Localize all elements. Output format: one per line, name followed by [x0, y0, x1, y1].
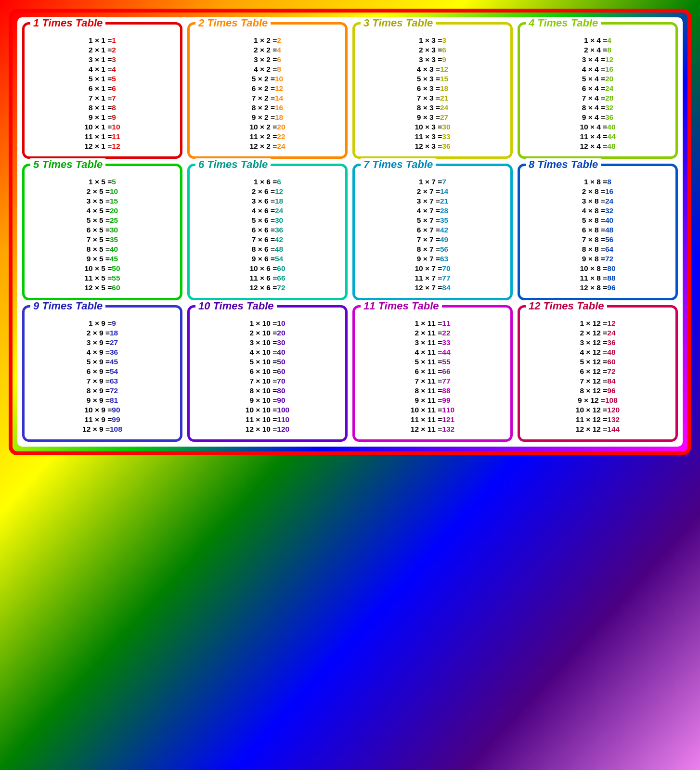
equation-row: 9 × 1 = 9 [30, 113, 174, 122]
equation-row: 11 × 12 = 132 [526, 415, 670, 424]
equation-left: 1 × 10 = [249, 319, 277, 328]
equation-result: 35 [440, 216, 448, 225]
equation-left: 4 × 11 = [415, 348, 442, 357]
equation-left: 10 × 12 = [576, 406, 608, 414]
equation-left: 1 × 5 = [89, 178, 112, 186]
equations-7: 1 × 7 = 72 × 7 = 143 × 7 = 214 × 7 = 285… [361, 178, 505, 292]
equation-row: 6 × 12 = 72 [526, 367, 670, 376]
equation-row: 7 × 4 = 28 [526, 94, 670, 103]
table-title-7: 7 Times Table [361, 158, 436, 171]
equation-result: 60 [112, 283, 120, 292]
equation-left: 4 × 8 = [582, 206, 605, 215]
equation-left: 4 × 7 = [417, 206, 440, 215]
equation-result: 16 [605, 187, 613, 196]
equation-left: 7 × 9 = [87, 377, 110, 385]
equation-left: 10 × 8 = [580, 264, 607, 273]
equation-row: 10 × 8 = 80 [526, 264, 670, 273]
equation-result: 56 [605, 235, 613, 244]
equation-result: 21 [440, 197, 448, 205]
equation-result: 6 [112, 84, 116, 93]
equation-left: 10 × 9 = [84, 406, 112, 414]
equation-left: 12 × 12 = [576, 425, 608, 434]
equation-left: 7 × 1 = [89, 94, 112, 103]
equation-row: 7 × 7 = 49 [361, 235, 505, 244]
equation-result: 1 [112, 36, 116, 45]
equation-result: 88 [607, 274, 615, 282]
equation-row: 11 × 11 = 121 [361, 415, 505, 424]
equation-result: 4 [277, 46, 281, 54]
equation-result: 18 [110, 329, 118, 337]
equation-result: 88 [442, 386, 450, 395]
equation-left: 7 × 11 = [415, 377, 442, 385]
equation-left: 11 × 3 = [415, 132, 442, 141]
equation-row: 6 × 10 = 60 [195, 367, 339, 376]
equation-left: 1 × 7 = [419, 178, 442, 186]
equation-result: 60 [607, 358, 615, 366]
equation-left: 1 × 6 = [254, 178, 277, 186]
equation-result: 21 [440, 94, 448, 103]
equation-row: 12 × 11 = 132 [361, 425, 505, 434]
equation-result: 77 [442, 274, 450, 282]
equation-left: 6 × 2 = [252, 84, 275, 93]
equation-left: 2 × 9 = [87, 329, 110, 337]
equation-row: 4 × 11 = 44 [361, 348, 505, 357]
equation-result: 36 [607, 338, 615, 347]
equation-left: 6 × 3 = [417, 84, 440, 93]
equation-result: 12 [112, 142, 120, 151]
equations-10: 1 × 10 = 102 × 10 = 203 × 10 = 304 × 10 … [195, 319, 339, 434]
equation-result: 6 [277, 55, 281, 64]
equation-left: 8 × 4 = [582, 103, 605, 112]
equation-result: 28 [440, 206, 448, 215]
equation-result: 54 [275, 255, 283, 263]
equation-row: 10 × 1 = 10 [30, 123, 174, 131]
equation-left: 8 × 11 = [415, 386, 442, 395]
equation-row: 3 × 2 = 6 [195, 55, 339, 64]
equation-left: 2 × 3 = [419, 46, 442, 54]
equation-result: 54 [110, 367, 118, 376]
equation-left: 1 × 11 = [415, 319, 442, 328]
equation-result: 24 [277, 142, 285, 151]
equation-left: 4 × 4 = [582, 65, 605, 74]
equation-left: 5 × 1 = [89, 75, 112, 83]
equation-left: 9 × 10 = [249, 396, 277, 405]
equation-result: 30 [275, 216, 283, 225]
equation-row: 8 × 5 = 40 [30, 245, 174, 254]
equation-result: 10 [275, 75, 283, 83]
equation-result: 12 [440, 65, 448, 74]
equation-row: 5 × 9 = 45 [30, 358, 174, 366]
table-title-10: 10 Times Table [195, 300, 277, 312]
equation-left: 3 × 11 = [415, 338, 442, 347]
equation-left: 5 × 6 = [252, 216, 275, 225]
equation-row: 3 × 12 = 36 [526, 338, 670, 347]
equation-result: 14 [275, 94, 283, 103]
equation-row: 10 × 5 = 50 [30, 264, 174, 273]
equation-row: 8 × 7 = 56 [361, 245, 505, 254]
equations-4: 1 × 4 = 42 × 4 = 83 × 4 = 124 × 4 = 165 … [526, 36, 670, 151]
equation-row: 5 × 10 = 50 [195, 358, 339, 366]
equation-result: 9 [112, 319, 116, 328]
equation-row: 3 × 1 = 3 [30, 55, 174, 64]
equation-row: 11 × 8 = 88 [526, 274, 670, 282]
equation-result: 36 [275, 226, 283, 234]
equation-result: 84 [607, 377, 615, 385]
equation-result: 72 [277, 283, 285, 292]
equation-left: 10 × 1 = [84, 123, 112, 131]
equation-result: 16 [275, 103, 283, 112]
equation-left: 2 × 12 = [580, 329, 607, 337]
equation-result: 80 [277, 386, 285, 395]
equations-1: 1 × 1 = 12 × 1 = 23 × 1 = 34 × 1 = 45 × … [30, 36, 174, 151]
equation-result: 4 [112, 65, 116, 74]
equation-left: 11 × 2 = [249, 132, 277, 141]
equation-result: 20 [605, 75, 613, 83]
equation-result: 120 [277, 425, 289, 434]
equation-row: 12 × 8 = 96 [526, 283, 670, 292]
equation-result: 70 [277, 377, 285, 385]
equation-row: 2 × 4 = 8 [526, 46, 670, 54]
equation-left: 12 × 3 = [415, 142, 442, 151]
equation-row: 1 × 3 = 3 [361, 36, 505, 45]
times-table-card-7: 7 Times Table1 × 7 = 72 × 7 = 143 × 7 = … [352, 164, 513, 300]
equation-left: 10 × 5 = [84, 264, 112, 273]
equation-left: 11 × 9 = [84, 415, 112, 424]
equation-left: 2 × 5 = [87, 187, 110, 196]
equation-left: 1 × 1 = [89, 36, 112, 45]
